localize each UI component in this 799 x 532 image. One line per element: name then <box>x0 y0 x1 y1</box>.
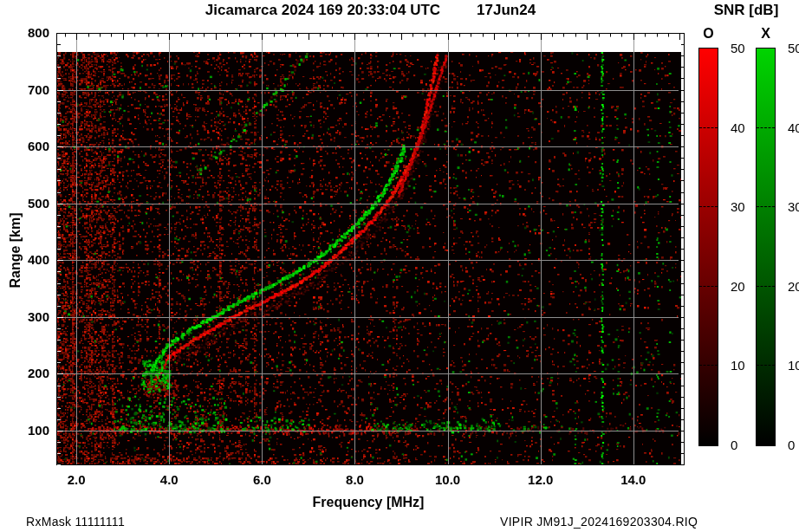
y-tick-label: 100 <box>0 423 49 438</box>
ionogram-page: Jicamarca 2024 169 20:33:04 UTC 17Jun24 … <box>0 0 799 532</box>
colorbar-tick-dash <box>757 365 775 366</box>
colorbar-x <box>756 48 776 446</box>
x-tick-label: 14.0 <box>614 472 653 487</box>
x-tick-label: 12.0 <box>522 472 560 487</box>
y-tick-label: 800 <box>0 25 49 40</box>
x-mode-label: X <box>756 26 776 42</box>
colorbar-o <box>698 48 718 446</box>
colorbar-tick-label: 30 <box>788 199 799 214</box>
y-axis-title: Range [km] <box>8 198 23 302</box>
y-tick-label: 600 <box>0 139 49 153</box>
o-mode-label: O <box>698 26 718 42</box>
y-tick-label: 200 <box>0 366 49 380</box>
colorbar-tick-label: 20 <box>731 279 760 294</box>
x-tick-label: 4.0 <box>150 472 188 487</box>
page-title: Jicamarca 2024 169 20:33:04 UTC <box>205 2 440 19</box>
colorbar-tick-label: 0 <box>788 438 799 452</box>
colorbar-tick-dash <box>757 206 775 207</box>
y-tick-label: 300 <box>0 309 49 324</box>
colorbar-tick-label: 30 <box>731 199 760 214</box>
y-tick-label: 500 <box>0 196 49 211</box>
colorbar-tick-dash <box>699 286 718 287</box>
x-tick-label: 2.0 <box>57 472 95 487</box>
plot-title-row: Jicamarca 2024 169 20:33:04 UTC 17Jun24 <box>56 2 685 19</box>
y-tick-label: 400 <box>0 252 49 267</box>
colorbar-tick-label: 20 <box>788 279 799 294</box>
x-tick-label: 6.0 <box>243 472 281 487</box>
colorbar-tick-dash <box>699 127 718 128</box>
x-axis-title: Frequency [MHz] <box>238 495 498 510</box>
x-tick-label: 8.0 <box>336 472 374 487</box>
colorbar-tick-label: 0 <box>731 438 760 452</box>
colorbar-tick-label: 10 <box>788 358 799 373</box>
colorbar-tick-label: 40 <box>788 120 799 135</box>
colorbar-tick-dash <box>699 206 718 207</box>
date-label: 17Jun24 <box>477 2 536 19</box>
colorbar-tick-dash <box>699 365 718 366</box>
colorbar-tick-label: 40 <box>731 120 760 135</box>
ionogram-canvas <box>0 0 799 532</box>
colorbar-tick-dash <box>757 127 775 128</box>
colorbar-title: SNR [dB] <box>693 2 799 19</box>
colorbar-tick-label: 50 <box>731 41 760 55</box>
colorbar-tick-label: 50 <box>788 41 799 55</box>
x-tick-label: 10.0 <box>429 472 467 487</box>
colorbar-tick-dash <box>757 286 775 287</box>
colorbar-tick-label: 10 <box>731 358 760 373</box>
filename-annotation: VIPIR JM91J_2024169203304.RIQ <box>500 515 698 529</box>
rxmask-annotation: RxMask 11111111 <box>26 515 125 529</box>
y-tick-label: 700 <box>0 82 49 97</box>
